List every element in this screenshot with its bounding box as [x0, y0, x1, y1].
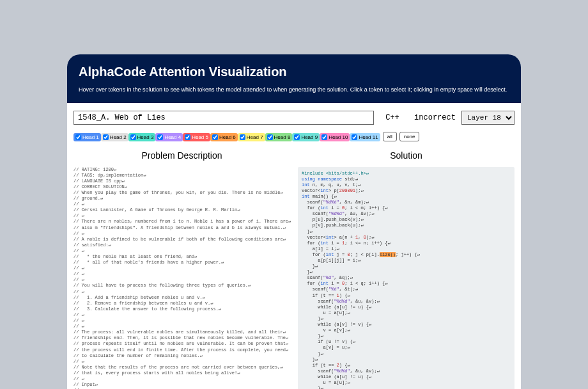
solution-code[interactable]: #include <bits/stdc++.h>↵ using namespac…: [302, 171, 511, 389]
head-toggle-10[interactable]: Head 10: [320, 133, 350, 141]
head-label: Head 5: [192, 134, 208, 140]
head-toggle-7[interactable]: Head 7: [238, 133, 265, 141]
head-label: Head 9: [301, 134, 318, 140]
head-label: Head 11: [359, 134, 378, 140]
head-toggle-1[interactable]: Head 1: [74, 133, 101, 141]
header: AlphaCode Attention Visualization Hover …: [67, 54, 521, 103]
head-toggle-6[interactable]: Head 6: [210, 133, 238, 141]
status-label: incorrect: [411, 111, 459, 125]
head-toggle-9[interactable]: Head 9: [292, 133, 320, 141]
head-toggle-3[interactable]: Head 3: [128, 133, 156, 141]
page-subtitle: Hover over tokens in the solution to see…: [79, 86, 509, 94]
head-toggle-8[interactable]: Head 8: [265, 133, 293, 141]
problem-column: Problem Description // RATING: 1200↵ // …: [74, 150, 290, 389]
head-checkbox-10[interactable]: [321, 134, 327, 140]
head-checkbox-8[interactable]: [267, 134, 273, 140]
problem-name-input[interactable]: [74, 111, 374, 125]
head-checkbox-9[interactable]: [294, 134, 300, 140]
solution-wrapper: #include <bits/stdc++.h>↵ using namespac…: [298, 167, 514, 389]
head-checkbox-5[interactable]: [185, 134, 190, 140]
head-toggle-4[interactable]: Head 4: [155, 133, 183, 141]
head-label: Head 2: [110, 134, 127, 140]
controls: C++ incorrect Layer 18 Head 1Head 2Head …: [67, 103, 521, 147]
head-checkbox-6[interactable]: [212, 134, 218, 140]
none-button[interactable]: none: [399, 132, 420, 141]
page-title: AlphaCode Attention Visualization: [79, 65, 509, 79]
head-checkbox-7[interactable]: [240, 134, 245, 140]
head-label: Head 8: [274, 134, 291, 140]
head-checkbox-11[interactable]: [352, 134, 357, 140]
head-toggle-2[interactable]: Head 2: [101, 133, 128, 141]
row-selects: C++ incorrect Layer 18: [74, 111, 514, 125]
solution-column: Solution #include <bits/stdc++.h>↵ using…: [298, 150, 514, 389]
solution-title: Solution: [298, 150, 514, 161]
layer-select[interactable]: Layer 18: [461, 111, 514, 125]
head-label: Head 10: [329, 134, 348, 140]
all-button[interactable]: all: [383, 132, 397, 141]
head-label: Head 1: [82, 134, 99, 140]
head-label: Head 7: [247, 134, 263, 140]
head-label: Head 4: [164, 134, 181, 140]
head-label: Head 6: [219, 134, 236, 140]
head-checkbox-3[interactable]: [130, 134, 136, 140]
head-checkbox-4[interactable]: [157, 134, 163, 140]
head-checkbox-1[interactable]: [75, 134, 81, 140]
head-checkbox-2[interactable]: [103, 134, 109, 140]
heads-row: Head 1Head 2Head 3Head 4Head 5Head 6Head…: [74, 131, 514, 143]
problem-title: Problem Description: [74, 150, 290, 161]
head-toggle-5[interactable]: Head 5: [183, 133, 210, 141]
head-label: Head 3: [137, 134, 154, 140]
columns: Problem Description // RATING: 1200↵ // …: [67, 147, 521, 389]
head-toggle-11[interactable]: Head 11: [350, 133, 380, 141]
language-label: C++: [376, 111, 408, 125]
problem-code[interactable]: // RATING: 1200↵ // TAGS: dp,implementat…: [74, 167, 290, 389]
app-panel: AlphaCode Attention Visualization Hover …: [67, 54, 521, 389]
